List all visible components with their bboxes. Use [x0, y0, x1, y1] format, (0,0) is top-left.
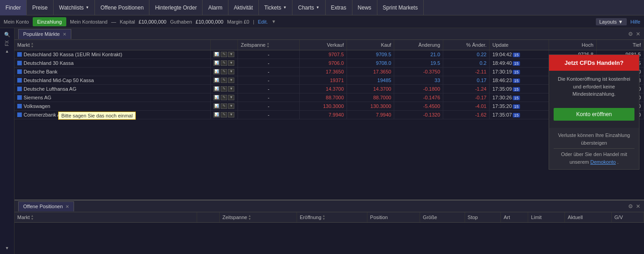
dropdown-icon[interactable]: ▼ [228, 78, 234, 83]
dropdown-icon[interactable]: ▼ [228, 69, 234, 74]
edit-icon[interactable]: ✎ [221, 69, 227, 74]
market-cell-0[interactable]: Deutschland 30 Kassa (1EUR Mini Kontrakt… [15, 50, 211, 59]
kauf-3[interactable]: 19485 [347, 76, 394, 85]
lower-settings-icon[interactable]: ⚙ [628, 203, 633, 210]
edit-label[interactable]: Edit. [258, 19, 268, 24]
nav-preise[interactable]: Preise [27, 0, 54, 15]
market-cell-6[interactable]: Volkswagen [15, 102, 211, 111]
update-4: 17:35:0915 [490, 85, 549, 93]
pos-col-position: Position [367, 212, 420, 223]
verkauf-1[interactable]: 9706.0 [299, 59, 347, 68]
market-cell-2[interactable]: Deutsche Bank [15, 68, 211, 76]
pos-markt-sort[interactable]: ▲▼ [31, 214, 34, 220]
dropdown-icon[interactable]: ▼ [228, 112, 234, 117]
offene-positionen-tab[interactable]: Offene Positionen ✕ [18, 201, 74, 211]
top-nav: Finder Preise Watchlists ▼ Offene Positi… [0, 0, 644, 15]
col-tief: Tief [596, 40, 644, 50]
nav-charts[interactable]: Charts ▼ [292, 0, 325, 15]
zeitspanne-7: - [238, 111, 299, 119]
markt-sort[interactable]: ▲▼ [31, 42, 34, 48]
nav-aktivitaet[interactable]: Aktivität [228, 0, 259, 15]
market-cell-3[interactable]: Deutschland Mid-Cap 50 Kassa [15, 76, 211, 85]
kauf-6[interactable]: 130.3000 [347, 102, 394, 111]
hilfe-link[interactable]: Hilfe [630, 19, 640, 24]
market-cell-1[interactable]: Deutschland 30 Kassa [15, 59, 211, 68]
dropdown-icon[interactable]: ▼ [228, 95, 234, 100]
verkauf-7[interactable]: 7.9940 [299, 111, 347, 119]
dropdown-icon[interactable]: ▼ [228, 60, 234, 66]
verkauf-4[interactable]: 14.3700 [299, 85, 347, 93]
sidebar-chevron-up[interactable]: ▲ [5, 49, 9, 54]
zeit-sort[interactable]: ▲▼ [267, 42, 270, 48]
edit-icon[interactable]: ✎ [221, 112, 227, 117]
sidebar-fx-label[interactable]: FX [5, 40, 10, 46]
market-icon [17, 69, 22, 74]
demokonto-link[interactable]: Demokonto [590, 159, 616, 165]
lower-panel: Offene Positionen ✕ ⚙ ✕ Markt [15, 200, 644, 254]
nav-alarm[interactable]: Alarm [203, 0, 228, 15]
konto-eroeffnen-button[interactable]: Konto eröffnen [554, 108, 634, 121]
chart-icon[interactable]: 📊 [213, 95, 220, 100]
chart-icon[interactable]: 📊 [213, 86, 220, 92]
nav-watchlists[interactable]: Watchlists ▼ [54, 0, 95, 15]
nav-offene-positionen[interactable]: Offene Positionen [95, 0, 149, 15]
nav-finder[interactable]: Finder [0, 0, 27, 15]
offene-tab-close[interactable]: ✕ [65, 204, 69, 209]
settings-icon[interactable]: ⚙ [628, 31, 633, 37]
lower-panel-header: Offene Positionen ✕ ⚙ ✕ [15, 200, 644, 212]
edit-icon[interactable]: ✎ [221, 78, 227, 83]
sidebar-chevron-down[interactable]: ▼ [5, 246, 9, 250]
kauf-2[interactable]: 17.3650 [347, 68, 394, 76]
einzahlung-button[interactable]: Einzahlung [33, 17, 66, 26]
edit-icon[interactable]: ✎ [221, 95, 227, 100]
edit-icon[interactable]: ✎ [221, 52, 227, 57]
edit-arrow[interactable]: ▼ [272, 19, 276, 24]
aenderung-3: 33 [394, 76, 443, 85]
layouts-button[interactable]: Layouts ▼ [596, 18, 627, 25]
populaere-maerkte-tab[interactable]: Populäre Märkte ✕ [18, 29, 71, 39]
kauf-5[interactable]: 88.7000 [347, 93, 394, 102]
edit-icon[interactable]: ✎ [221, 86, 227, 92]
zeitspanne-6: - [238, 102, 299, 111]
chart-icon[interactable]: 📊 [213, 60, 220, 66]
verkauf-6[interactable]: 130.3000 [299, 102, 347, 111]
chart-icon[interactable]: 📊 [213, 52, 220, 57]
pos-col-aktuell: Aktuell [565, 212, 612, 223]
tab-close-icon[interactable]: ✕ [63, 32, 66, 37]
positions-table: Markt ▲▼ Zeitspanne ▲▼ [15, 212, 644, 223]
nav-news[interactable]: News [352, 0, 377, 15]
verkauf-0[interactable]: 9707.5 [299, 50, 347, 59]
close-panel-icon[interactable]: ✕ [636, 31, 640, 37]
edit-icon[interactable]: ✎ [221, 103, 227, 109]
verkauf-5[interactable]: 88.7000 [299, 93, 347, 102]
kauf-4[interactable]: 14.3700 [347, 85, 394, 93]
dropdown-icon[interactable]: ▼ [228, 103, 234, 109]
market-cell-5[interactable]: Siemens AG [15, 93, 211, 102]
verkauf-3[interactable]: 19371 [299, 76, 347, 85]
chart-icon[interactable]: 📊 [213, 112, 220, 117]
sidebar-search-icon[interactable]: 🔍 [4, 32, 10, 38]
zeitspanne-0: - [238, 50, 299, 59]
kauf-1[interactable]: 9708.0 [347, 59, 394, 68]
dropdown-icon[interactable]: ▼ [228, 86, 234, 92]
chart-icon[interactable]: 📊 [213, 78, 220, 83]
pct-aenderung-2: -2.11 [443, 68, 490, 76]
nav-sprint-markets[interactable]: Sprint Markets [377, 0, 424, 15]
market-icon [17, 61, 22, 65]
update-badge: 15 [513, 104, 520, 109]
margin-label: Margin £0 [227, 19, 249, 24]
nav-tickets[interactable]: Tickets ▼ [259, 0, 292, 15]
kauf-7[interactable]: 7.9940 [347, 111, 394, 119]
nav-extras[interactable]: Extras [326, 0, 352, 15]
chart-icon[interactable]: 📊 [213, 103, 220, 109]
mein-kontostand-label: Mein Kontostand [70, 19, 108, 24]
nav-hinterlegte-order[interactable]: Hinterlegte Order [149, 0, 203, 15]
kauf-0[interactable]: 9709.5 [347, 50, 394, 59]
edit-icon[interactable]: ✎ [221, 60, 227, 66]
dropdown-icon[interactable]: ▼ [228, 52, 234, 57]
lower-close-icon[interactable]: ✕ [636, 203, 640, 210]
chart-icon[interactable]: 📊 [213, 69, 220, 74]
aenderung-1: 19.5 [394, 59, 443, 68]
verkauf-2[interactable]: 17.3650 [299, 68, 347, 76]
market-cell-4[interactable]: Deutsche Lufthansa AG [15, 85, 211, 93]
